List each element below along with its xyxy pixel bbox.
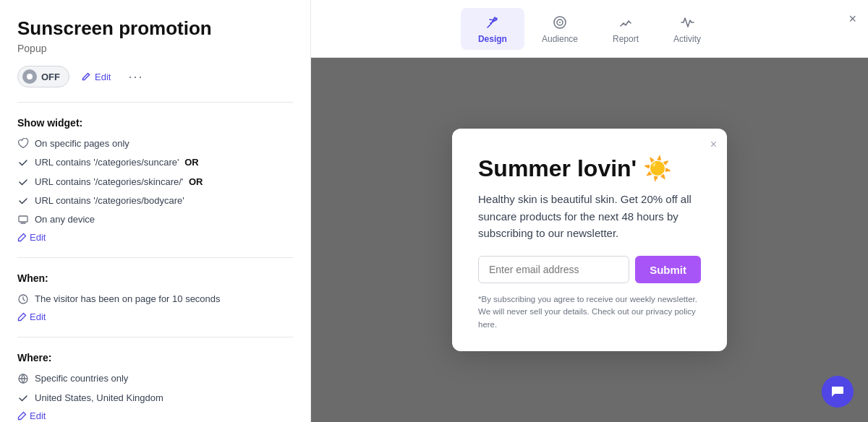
edit-icon-small-2 (17, 312, 27, 322)
toggle-label: OFF (41, 72, 60, 82)
show-widget-edit-button[interactable]: Edit (17, 232, 46, 243)
when-section: When: The visitor has been on page for 1… (17, 272, 293, 322)
left-panel: Sunscreen promotion Popup OFF Edit ··· S… (0, 0, 311, 422)
check-icon-1 (17, 157, 29, 168)
tab-design-label: Design (478, 34, 507, 44)
show-widget-heading: Show widget: (17, 117, 293, 129)
edit-icon-small-1 (17, 233, 27, 242)
popup-form: Submit (478, 256, 701, 283)
chat-bubble-button[interactable] (822, 376, 854, 408)
right-panel: Design Audience Report (311, 0, 868, 422)
preview-area: × Summer lovin' ☀️ Healthy skin is beaut… (311, 58, 868, 422)
check-icon-4 (17, 392, 29, 404)
when-edit-button[interactable]: Edit (17, 311, 46, 322)
divider-2 (17, 257, 293, 258)
page-subtitle: Popup (17, 43, 293, 54)
where-section: Where: Specific countries only United St… (17, 352, 293, 421)
where-edit-button[interactable]: Edit (17, 410, 46, 421)
clock-icon (17, 293, 29, 305)
device-icon (17, 214, 29, 225)
where-heading: Where: (17, 352, 293, 363)
rule-bodycare: URL contains '/categories/bodycare' (17, 194, 293, 207)
rule-specific-pages: On specific pages only (17, 137, 293, 150)
globe-icon (17, 373, 29, 384)
edit-button[interactable]: Edit (75, 69, 116, 85)
tab-report-label: Report (613, 34, 639, 44)
svg-point-5 (559, 22, 561, 23)
popup-close-button[interactable]: × (710, 139, 717, 150)
tab-audience-label: Audience (542, 34, 578, 44)
popup-card: × Summer lovin' ☀️ Healthy skin is beaut… (452, 129, 727, 351)
toggle-icon (22, 69, 37, 84)
heart-icon (17, 138, 29, 150)
check-icon-2 (17, 176, 29, 188)
where-rule-2: United States, United Kingdom (17, 392, 293, 405)
divider-1 (17, 102, 293, 103)
tab-audience[interactable]: Audience (524, 8, 595, 50)
tab-report[interactable]: Report (595, 8, 656, 50)
more-label: ··· (128, 69, 143, 84)
audience-icon (551, 14, 569, 31)
popup-footnote: *By subscribing you agree to receive our… (478, 293, 701, 331)
toolbar: OFF Edit ··· (17, 66, 293, 87)
edit-icon-small-3 (17, 411, 27, 421)
rule-skincare: URL contains '/categories/skincare/' OR (17, 176, 293, 189)
activity-icon (678, 14, 696, 31)
tab-activity-label: Activity (673, 34, 701, 44)
more-button[interactable]: ··· (122, 66, 149, 87)
popup-title: Summer lovin' ☀️ (478, 155, 701, 182)
show-widget-section: Show widget: On specific pages only URL … (17, 117, 293, 243)
where-rule-1: Specific countries only (17, 372, 293, 385)
toggle-button[interactable]: OFF (17, 66, 69, 87)
edit-label: Edit (95, 72, 111, 82)
svg-rect-0 (19, 216, 27, 222)
when-rule: The visitor has been on page for 10 seco… (17, 293, 293, 306)
check-icon-3 (17, 195, 29, 207)
popup-body: Healthy skin is beautiful skin. Get 20% … (478, 191, 701, 241)
divider-3 (17, 337, 293, 337)
top-nav: Design Audience Report (311, 0, 868, 58)
chat-icon (830, 384, 846, 400)
report-icon (617, 14, 634, 31)
rule-suncare: URL contains '/categories/suncare' OR (17, 156, 293, 169)
rule-device: On any device (17, 213, 293, 226)
edit-pencil-icon (81, 72, 91, 82)
tab-design[interactable]: Design (461, 8, 524, 50)
design-icon (484, 14, 501, 31)
submit-button[interactable]: Submit (635, 256, 701, 283)
email-input[interactable] (478, 256, 629, 283)
when-heading: When: (17, 272, 293, 284)
close-button[interactable]: × (848, 12, 856, 27)
tab-activity[interactable]: Activity (656, 8, 718, 50)
page-title: Sunscreen promotion (17, 17, 293, 40)
